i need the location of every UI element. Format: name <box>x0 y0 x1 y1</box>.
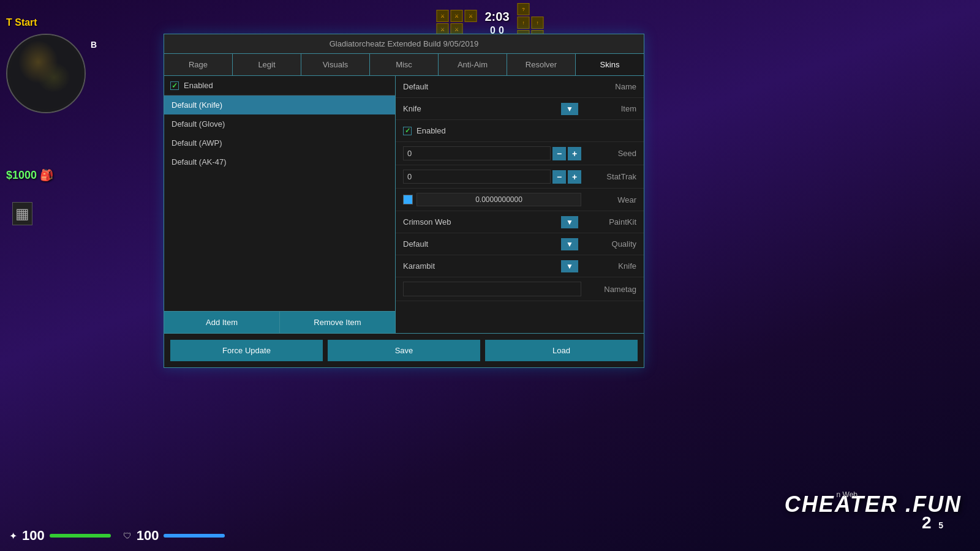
nametag-label: Nametag <box>581 285 636 294</box>
tab-anti-aim[interactable]: Anti-Aim <box>439 54 507 75</box>
load-button[interactable]: Load <box>485 340 638 361</box>
stattrak-setting-row: − + StatTrak <box>396 165 644 189</box>
knife-value: Karambit <box>403 261 561 271</box>
score-center: 2:03 0 0 <box>480 10 514 36</box>
save-button[interactable]: Save <box>328 340 480 361</box>
wear-color-swatch <box>403 195 413 204</box>
right-icon-1: ? <box>518 3 530 15</box>
right-icons-row1: ? <box>518 3 544 15</box>
quality-dropdown-button[interactable]: ▼ <box>561 238 578 250</box>
stattrak-plus-button[interactable]: + <box>568 170 581 184</box>
name-label: Name <box>581 82 636 91</box>
list-item[interactable]: Default (AK-47) <box>164 152 395 171</box>
name-value: Default <box>403 82 581 91</box>
stattrak-minus-button[interactable]: − <box>552 170 566 184</box>
armor-area: 🛡 100 <box>123 528 225 544</box>
inventory-icon: ▦ <box>12 202 32 225</box>
seed-label: Seed <box>581 149 636 158</box>
tab-resolver[interactable]: Resolver <box>507 54 576 75</box>
armor-bar-fill <box>164 534 225 538</box>
wear-container: 0.0000000000 <box>403 193 581 206</box>
enabled-setting-row: ✓ Enabled <box>396 120 644 142</box>
minimap-inner <box>7 35 85 112</box>
skin-web-label: n Web <box>837 490 858 499</box>
right-icon-2: ↑ <box>518 17 530 29</box>
minimap <box>6 34 86 113</box>
dialog-title: Gladiatorcheatz Extended Build 9/05/2019 <box>164 34 644 54</box>
quality-value: Default <box>403 239 561 249</box>
paintkit-dropdown-button[interactable]: ▼ <box>561 216 578 228</box>
quality-label: Quality <box>581 239 636 249</box>
wear-setting-row: 0.0000000000 Wear <box>396 189 644 211</box>
item-dropdown-button[interactable]: ▼ <box>561 103 578 115</box>
health-value: 100 <box>22 528 45 544</box>
game-mode-label: T Start <box>6 17 37 28</box>
b-label: B <box>91 40 97 50</box>
list-item[interactable]: Default (Glove) <box>164 114 395 133</box>
stattrak-input[interactable] <box>403 170 551 184</box>
right-panel: Default Name Knife ▼ Item ✓ Enabled <box>396 76 644 333</box>
paintkit-label: PaintKit <box>581 217 636 227</box>
force-update-button[interactable]: Force Update <box>170 340 323 361</box>
dialog-content: ✓ Enabled Default (Knife) Default (Glove… <box>164 76 644 333</box>
cheat-dialog: Gladiatorcheatz Extended Build 9/05/2019… <box>164 34 644 368</box>
tab-rage[interactable]: Rage <box>164 54 233 75</box>
ammo-current: 2 <box>922 513 932 532</box>
enabled-checkbox[interactable]: ✓ <box>170 81 179 90</box>
health-bar-fill <box>50 534 111 538</box>
ammo-reserve: 5 <box>938 520 943 530</box>
remove-item-button[interactable]: Remove Item <box>280 312 395 333</box>
action-buttons: Force Update Save Load <box>164 333 644 367</box>
enabled-setting-checkbox[interactable]: ✓ <box>403 127 412 135</box>
paintkit-value: Crimson Web <box>403 217 561 227</box>
item-setting-row: Knife ▼ Item <box>396 98 644 120</box>
knife-setting-row: Karambit ▼ Knife <box>396 255 644 277</box>
seed-controls: − + <box>403 146 581 160</box>
list-item[interactable]: Default (AWP) <box>164 133 395 152</box>
add-item-button[interactable]: Add Item <box>164 312 280 333</box>
item-list: Default (Knife) Default (Glove) Default … <box>164 96 395 311</box>
item-value: Knife <box>403 104 561 113</box>
enabled-setting-label: Enabled <box>417 126 446 135</box>
right-icons-row2: ↑ ↑ <box>518 17 544 29</box>
wear-value: 0.0000000000 <box>417 193 581 206</box>
armor-icon: 🛡 <box>123 531 132 541</box>
armor-value: 100 <box>137 528 159 544</box>
ammo-display: 2 5 <box>922 513 943 533</box>
quality-setting-row: Default ▼ Quality <box>396 233 644 255</box>
seed-plus-button[interactable]: + <box>568 147 581 160</box>
player-icon-3: ⚔ <box>464 10 477 22</box>
left-team-icons: ⚔ ⚔ ⚔ ⚔ ⚔ <box>436 10 477 36</box>
tab-bar: Rage Legit Visuals Misc Anti-Aim Resolve… <box>164 54 644 76</box>
seed-setting-row: − + Seed <box>396 142 644 165</box>
tab-visuals[interactable]: Visuals <box>301 54 370 75</box>
enabled-checkbox-row: ✓ Enabled <box>403 126 636 135</box>
knife-label: Knife <box>581 261 636 271</box>
health-bar <box>50 534 111 538</box>
nametag-setting-row: Nametag <box>396 277 644 301</box>
player-icon-2: ⚔ <box>450 10 462 22</box>
tab-misc[interactable]: Misc <box>370 54 439 75</box>
nametag-input[interactable] <box>403 282 581 296</box>
right-icon-3: ↑ <box>532 17 544 29</box>
tab-legit[interactable]: Legit <box>233 54 301 75</box>
wear-label: Wear <box>581 195 636 204</box>
enabled-label: Enabled <box>184 81 213 90</box>
seed-minus-button[interactable]: − <box>552 147 566 160</box>
enabled-check-mark: ✓ <box>405 127 410 135</box>
list-item[interactable]: Default (Knife) <box>164 96 395 114</box>
health-area: ✦ 100 <box>9 528 111 544</box>
knife-dropdown-button[interactable]: ▼ <box>561 260 578 272</box>
tab-skins[interactable]: Skins <box>576 54 644 75</box>
paintkit-setting-row: Crimson Web ▼ PaintKit <box>396 211 644 233</box>
list-buttons: Add Item Remove Item <box>164 311 395 333</box>
player-icon-1: ⚔ <box>436 10 448 22</box>
bottom-hud: ✦ 100 🛡 100 <box>0 520 980 551</box>
seed-input[interactable] <box>403 146 551 160</box>
left-panel: ✓ Enabled Default (Knife) Default (Glove… <box>164 76 396 333</box>
armor-bar <box>164 534 225 538</box>
check-mark: ✓ <box>172 81 178 90</box>
item-label: Item <box>581 104 636 113</box>
money-display: $1000 🎒 <box>6 168 53 182</box>
name-setting-row: Default Name <box>396 76 644 98</box>
